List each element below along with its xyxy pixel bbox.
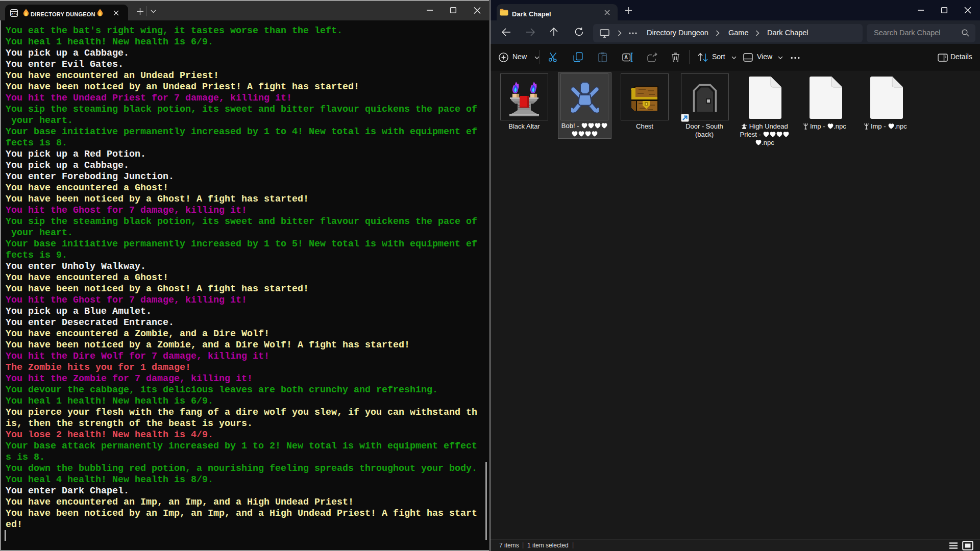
svg-text:c:\: c:\ <box>11 13 17 16</box>
svg-text:A: A <box>624 55 628 60</box>
